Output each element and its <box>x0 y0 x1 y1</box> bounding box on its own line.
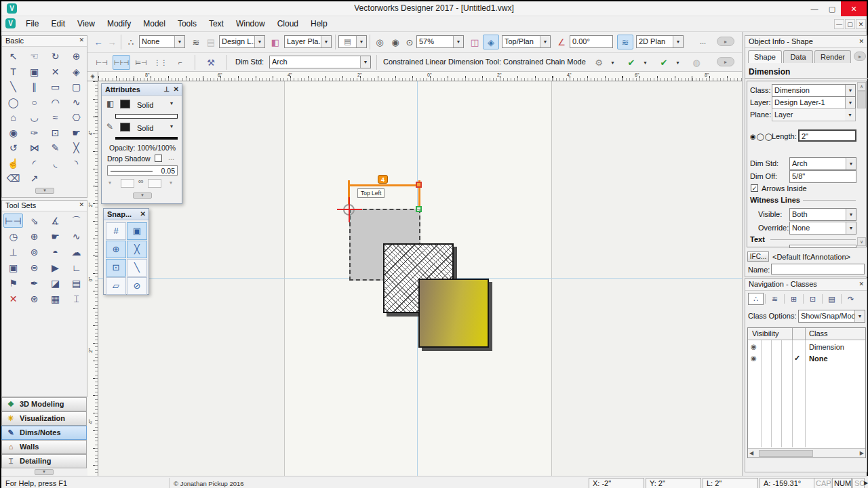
rotation-axes-icon[interactable]: ∠ <box>555 35 568 49</box>
auto-hints-button[interactable]: ✔ <box>656 55 672 70</box>
navigation-title[interactable]: Navigation - Classes✕ <box>745 279 867 291</box>
chamfer-tool[interactable]: ◝ <box>66 156 86 170</box>
deform-tool[interactable]: ☛ <box>66 125 86 140</box>
ruler-tool[interactable]: ▤ <box>66 276 86 290</box>
class-combo[interactable]: Dimension▼ <box>772 84 856 97</box>
gear-button-chevron-icon[interactable]: ▼ <box>608 55 618 70</box>
fill-bucket-icon[interactable]: ◧ <box>106 99 114 108</box>
drop-shadow-checkbox[interactable] <box>155 155 162 162</box>
drawing-area[interactable]: 4 Top Left <box>98 81 742 476</box>
visible-combo[interactable]: Both▼ <box>789 208 856 221</box>
center-mark-tool[interactable]: ⊕ <box>24 229 44 243</box>
layer-plane-icon[interactable]: ≋ <box>617 35 633 49</box>
tool-sets-palette-title[interactable]: Tool Sets✕ <box>2 201 87 211</box>
snap-to-distance[interactable]: ╲ <box>127 259 147 277</box>
close-icon[interactable]: ✕ <box>174 85 179 93</box>
arc-tool[interactable]: ◠ <box>45 95 65 109</box>
dim-std-combo[interactable]: Arch▼ <box>269 56 371 68</box>
chain-dimension-mode[interactable]: ⊢⊦⊣ <box>113 55 130 70</box>
status-overflow-icon[interactable]: ▶ <box>864 480 868 486</box>
attributes-palette-title[interactable]: Attributes⊥✕ <box>102 84 182 96</box>
menu-file[interactable]: File <box>20 16 45 31</box>
resize-tool[interactable]: ⊡ <box>45 125 65 140</box>
eye-icon[interactable]: ◉ <box>751 343 757 350</box>
eyedropper-tool[interactable]: ✑ <box>24 125 44 140</box>
tab-shape[interactable]: Shape <box>748 50 782 63</box>
pan-tool[interactable]: ☜ <box>24 49 44 63</box>
rectangle-tool[interactable]: ▭ <box>45 79 65 94</box>
text-tool[interactable]: T <box>3 64 23 79</box>
view-combo[interactable]: Top/Plan▼ <box>502 35 551 48</box>
select-similar-tool[interactable]: ☝ <box>3 156 23 170</box>
ifc-button[interactable]: IFC... <box>747 251 769 262</box>
group-walls[interactable]: ⌂Walls <box>1 440 87 454</box>
arrows-inside-checkbox[interactable]: ✓ <box>751 184 758 192</box>
menu-cloud[interactable]: Cloud <box>271 16 304 31</box>
snap-to-object[interactable]: ▣ <box>127 222 147 240</box>
layer-nav-icon[interactable]: ◧ <box>268 35 283 49</box>
oval-tool[interactable]: ○ <box>24 95 44 109</box>
nav-classes-tab[interactable]: ∴ <box>748 293 764 305</box>
override-combo[interactable]: None▼ <box>789 222 856 235</box>
mdi-restore-button[interactable]: ▢ <box>845 19 855 29</box>
pen-color-swatch[interactable] <box>120 123 130 131</box>
fill-style-chevron-icon[interactable]: ▾ <box>170 100 173 106</box>
fillet-tool[interactable]: ◜ <box>24 156 44 170</box>
baseline-dimension-mode[interactable]: ⊨⊣ <box>132 55 150 70</box>
saved-views-icon[interactable]: ∴ <box>124 35 138 49</box>
drop-shadow-options[interactable]: ... <box>168 153 174 161</box>
group-detailing[interactable]: ⌶Detailing <box>1 454 87 468</box>
pen-style-value[interactable]: Solid <box>137 124 153 132</box>
freehand-tool[interactable]: ∿ <box>66 95 86 109</box>
snap-to-intersection[interactable]: ╳ <box>127 241 147 258</box>
delete-tool[interactable]: ✕ <box>45 64 65 79</box>
flyover-tool[interactable]: ↻ <box>45 49 65 63</box>
eraser-tool[interactable]: ⌫ <box>3 171 23 185</box>
protractor-tool[interactable]: ◓ <box>45 245 65 259</box>
circle-tool[interactable]: ◯ <box>3 95 23 109</box>
tab-render[interactable]: Render <box>814 50 851 63</box>
snap-to-grid[interactable]: # <box>106 222 126 240</box>
double-line-tool[interactable]: ∥ <box>24 79 44 94</box>
fill-color-swatch[interactable] <box>120 100 130 108</box>
pen-icon[interactable]: ✎ <box>106 122 113 131</box>
class-row[interactable]: ◉Dimension <box>748 342 865 353</box>
auto-hints-button-chevron-icon[interactable]: ▼ <box>673 55 683 70</box>
line-style-chevron-icon[interactable]: ▾ <box>108 180 111 186</box>
menu-modify[interactable]: Modify <box>101 16 137 31</box>
toolbar2-overflow-button[interactable]: ▸ <box>717 57 734 66</box>
restore-button[interactable]: ▢ <box>823 1 841 16</box>
smart-edge[interactable]: ▱ <box>106 277 126 295</box>
file-menu-button[interactable]: ▤▼ <box>338 35 367 48</box>
class-row[interactable]: ◉✓None <box>748 353 865 365</box>
layer-plan-combo[interactable]: Layer Pla...▼ <box>284 35 332 48</box>
angular-dimension-tool[interactable]: ∡ <box>45 214 65 228</box>
dimension-chain-icons[interactable]: ◉◯◯ <box>750 133 773 140</box>
preferences-wrench-icon[interactable]: ⚒ <box>200 55 222 70</box>
close-icon[interactable]: ✕ <box>859 281 864 287</box>
zoom-combo[interactable]: 57%▼ <box>416 35 464 48</box>
arc-length-dimension-tool[interactable]: ⌒ <box>66 214 86 228</box>
stair-tool[interactable]: ∟ <box>66 260 86 274</box>
match-line-tool[interactable]: ⌶ <box>66 291 86 306</box>
menu-help[interactable]: Help <box>304 16 334 31</box>
line-weight-box[interactable]: 0.05 <box>107 165 178 176</box>
selection-tool[interactable]: ↖ <box>3 49 23 63</box>
snapping-palette-title[interactable]: Snap...✕ <box>104 209 149 220</box>
line-marker-start-box[interactable] <box>121 179 134 188</box>
spiral-tool[interactable]: ◉ <box>3 125 23 140</box>
layers-icon[interactable]: ≋ <box>189 35 203 49</box>
polygon-tool[interactable]: ⌂ <box>3 110 23 124</box>
sheet-layer-icon[interactable]: ▤ <box>204 35 218 49</box>
group-3d-modeling[interactable]: ❖3D Modeling <box>1 397 87 411</box>
length-input[interactable]: 2" <box>798 129 856 142</box>
class-options-combo[interactable]: Show/Snap/Modif▼ <box>798 310 865 323</box>
dimension-handle[interactable] <box>416 182 422 188</box>
open-gl-icon[interactable]: ◫ <box>468 35 481 49</box>
clip-tool[interactable]: ╳ <box>66 140 86 155</box>
tape-measure-tool[interactable]: ⊚ <box>24 245 44 259</box>
rounded-rectangle-tool[interactable]: ▢ <box>66 79 86 94</box>
single-dimension-mode[interactable]: ⊢⊣ <box>93 55 111 70</box>
hscrollbar-thumb[interactable] <box>759 450 813 457</box>
palette-resize-handle[interactable]: ▼ <box>35 188 54 194</box>
